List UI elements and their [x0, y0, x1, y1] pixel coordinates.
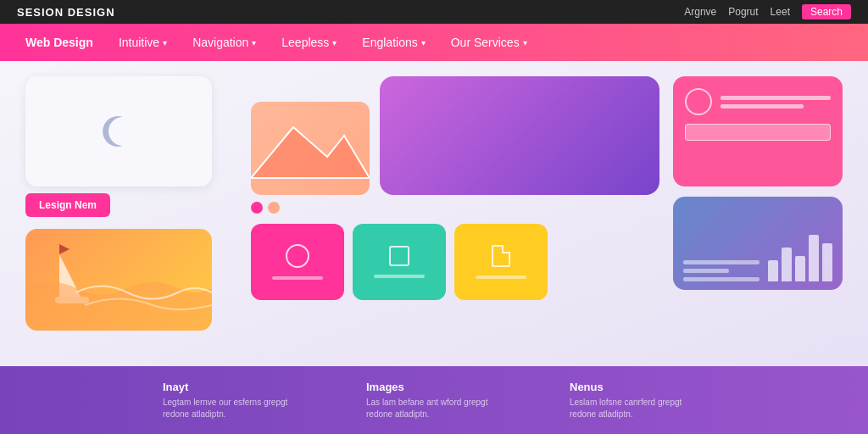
card-line [272, 276, 323, 280]
wireframe-rect [685, 124, 831, 141]
wireframe-circle [685, 88, 712, 115]
top-bar: SESION DESIGN Argnve Pogrut Leet Search [0, 0, 868, 24]
moon-icon [97, 110, 140, 153]
square-icon [389, 246, 409, 266]
chevron-down-icon: ▾ [163, 38, 167, 47]
card-chart [673, 197, 843, 290]
nav-item-our-services[interactable]: Our Services ▾ [451, 36, 527, 49]
nav-item-leepless[interactable]: Leepless ▾ [281, 36, 337, 49]
bar [768, 260, 778, 281]
bar-chart [768, 231, 832, 281]
main-content: Lesign Nem [0, 61, 868, 366]
top-nav-item-1[interactable]: Argnve [684, 6, 716, 18]
nav-item-navigation[interactable]: Navigation ▾ [192, 36, 256, 49]
bar [782, 248, 792, 281]
chart-lines [683, 260, 760, 281]
card-orange [25, 229, 212, 331]
top-cards-row [251, 76, 659, 195]
bar [822, 243, 832, 281]
wireframe-top [685, 88, 831, 115]
card-wireframe [673, 76, 843, 186]
dots-row [251, 202, 280, 214]
card-peach-mountain [251, 102, 370, 195]
chevron-down-icon: ▾ [252, 38, 256, 47]
footer-title-1: Inayt [163, 381, 298, 393]
wireframe-line [721, 104, 804, 108]
card-purple-gradient [380, 76, 659, 195]
card-yellow-small[interactable] [454, 224, 548, 300]
chart-line [683, 260, 760, 264]
footer-col-2: Images Las lam befane ant wford grepgt r… [366, 381, 502, 420]
card-pink-small[interactable] [251, 224, 344, 300]
right-column [673, 76, 843, 358]
dot-peach [268, 202, 280, 214]
nav-item-web-design[interactable]: Web Design [25, 36, 93, 49]
footer-title-3: Nenus [570, 381, 705, 393]
wireframe-line [721, 96, 831, 100]
chart-line [683, 277, 760, 281]
chevron-down-icon: ▾ [421, 38, 426, 47]
chevron-down-icon: ▾ [523, 38, 527, 47]
footer-text-2: Las lam befane ant wford grepgt redone a… [366, 397, 502, 420]
dot-pink [251, 202, 263, 214]
footer-title-2: Images [366, 381, 502, 393]
document-icon [492, 245, 510, 267]
footer: Inayt Legtam lernve our esferns grepgt r… [0, 366, 868, 434]
nav-item-englations[interactable]: Englations ▾ [362, 36, 425, 49]
card-teal-small[interactable] [353, 224, 446, 300]
footer-text-1: Legtam lernve our esferns grepgt redone … [163, 397, 298, 420]
circle-icon [286, 244, 309, 268]
svg-marker-2 [59, 244, 70, 254]
card-line [374, 275, 425, 278]
search-button[interactable]: Search [802, 4, 851, 19]
bar [809, 235, 819, 281]
nav-item-intuitive[interactable]: Intuitive ▾ [119, 36, 167, 49]
card-moon [25, 76, 212, 186]
footer-col-1: Inayt Legtam lernve our esferns grepgt r… [163, 381, 298, 420]
top-nav-item-3[interactable]: Leet [771, 6, 790, 18]
bar [795, 256, 805, 281]
center-column [251, 76, 659, 358]
left-column: Lesign Nem [25, 76, 237, 358]
chart-line [683, 269, 729, 273]
chevron-down-icon: ▾ [332, 38, 337, 47]
footer-col-3: Nenus Leslam lofsne canrferd grepgt redo… [570, 381, 705, 420]
mountain-icon [251, 102, 370, 195]
nav-bar: Web Design Intuitive ▾ Navigation ▾ Leep… [0, 24, 868, 61]
footer-text-3: Leslam lofsne canrferd grepgt redone atl… [570, 397, 705, 420]
card-line [476, 275, 526, 279]
sailboat-wave-illustration [25, 229, 212, 331]
wireframe-lines [721, 96, 831, 108]
design-now-button[interactable]: Lesign Nem [25, 193, 110, 217]
top-nav: Argnve Pogrut Leet Search [684, 4, 851, 19]
top-nav-item-2[interactable]: Pogrut [728, 6, 758, 18]
brand-name: SESION DESIGN [17, 6, 115, 19]
bottom-cards-row [251, 224, 548, 300]
